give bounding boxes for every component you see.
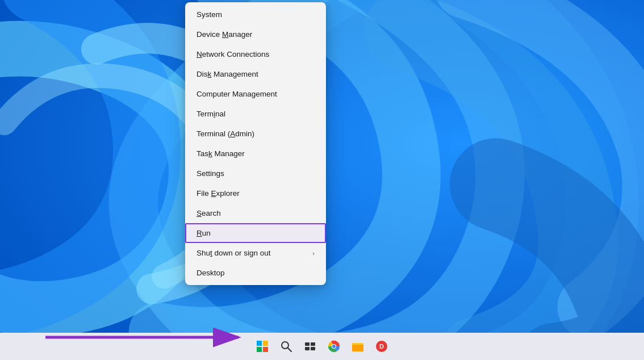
menu-item-computer-management[interactable]: Computer Management	[185, 84, 326, 104]
svg-rect-10	[311, 342, 315, 346]
taskbar-search-button[interactable]	[275, 335, 298, 358]
menu-item-task-manager-label: Task Manager	[196, 149, 245, 158]
file-explorer-icon	[352, 340, 364, 353]
svg-rect-12	[311, 347, 315, 350]
svg-rect-4	[263, 341, 268, 346]
menu-item-shut-down[interactable]: Shut down or sign out ›	[185, 243, 326, 263]
windows-logo-icon	[256, 340, 269, 353]
menu-item-terminal[interactable]: Terminal	[185, 104, 326, 124]
menu-item-search-label: Search	[196, 209, 221, 217]
task-view-icon	[304, 341, 316, 352]
svg-rect-3	[257, 341, 262, 346]
svg-line-8	[288, 348, 291, 351]
taskbar-start-button[interactable]	[251, 335, 274, 358]
svg-rect-9	[305, 342, 310, 346]
menu-item-disk-management[interactable]: Disk Management	[185, 64, 326, 84]
svg-point-15	[332, 345, 336, 348]
svg-text:D: D	[379, 343, 384, 350]
menu-item-device-manager-label: Device Manager	[196, 30, 252, 39]
menu-item-shut-down-label: Shut down or sign out	[196, 249, 271, 257]
context-menu: System Device Manager Network Connection…	[185, 2, 326, 285]
menu-item-settings[interactable]: Settings	[185, 164, 326, 183]
menu-item-system[interactable]: System	[185, 5, 326, 24]
search-icon	[281, 341, 292, 352]
menu-item-disk-management-label: Disk Management	[196, 70, 258, 78]
menu-item-desktop-label: Desktop	[196, 269, 225, 277]
menu-item-settings-label: Settings	[196, 169, 224, 178]
menu-item-network-connections[interactable]: Network Connections	[185, 44, 326, 64]
menu-item-terminal-label: Terminal	[196, 110, 225, 118]
taskbar: D	[0, 333, 644, 360]
menu-item-file-explorer-label: File Explorer	[196, 189, 240, 198]
ditto-icon: D	[375, 340, 388, 353]
menu-item-device-manager[interactable]: Device Manager	[185, 24, 326, 44]
menu-item-run-label: Run	[196, 229, 211, 237]
taskbar-file-explorer-button[interactable]	[346, 335, 369, 358]
menu-item-computer-management-label: Computer Management	[196, 90, 277, 98]
menu-item-terminal-admin-label: Terminal (Admin)	[196, 129, 254, 138]
menu-item-network-connections-label: Network Connections	[196, 50, 269, 58]
menu-item-system-label: System	[196, 10, 222, 19]
taskbar-ditto-button[interactable]: D	[370, 335, 393, 358]
taskbar-icons: D	[251, 335, 393, 358]
svg-rect-5	[257, 347, 262, 352]
menu-item-run[interactable]: Run	[185, 223, 326, 243]
svg-rect-6	[263, 347, 268, 352]
svg-rect-11	[305, 347, 310, 350]
menu-item-terminal-admin[interactable]: Terminal (Admin)	[185, 124, 326, 144]
taskbar-task-view-button[interactable]	[299, 335, 321, 358]
svg-point-7	[282, 342, 288, 349]
chrome-icon	[328, 340, 340, 353]
menu-item-desktop[interactable]: Desktop	[185, 263, 326, 283]
menu-item-file-explorer[interactable]: File Explorer	[185, 183, 326, 203]
menu-item-search[interactable]: Search	[185, 203, 326, 223]
menu-item-task-manager[interactable]: Task Manager	[185, 144, 326, 164]
taskbar-chrome-button[interactable]	[323, 335, 345, 358]
chevron-right-icon: ›	[312, 250, 315, 257]
